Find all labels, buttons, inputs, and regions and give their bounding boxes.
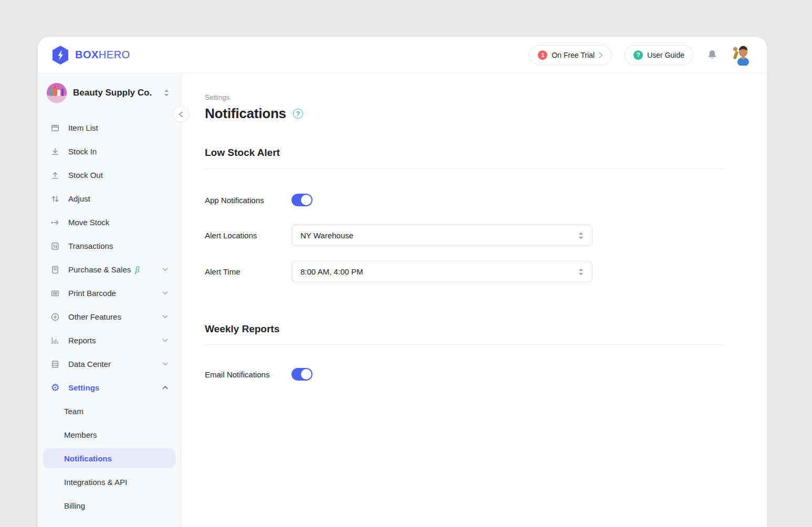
chevron-up-icon	[162, 386, 168, 389]
boxhero-wordmark: BOXHERO	[75, 49, 130, 61]
sidebar-item-integrations-api[interactable]: Integrations & API	[38, 470, 181, 494]
page-title: Notifications	[205, 106, 286, 122]
select-arrows-icon	[578, 232, 584, 239]
workspace-avatar	[47, 83, 67, 103]
sidebar-item-stock-in[interactable]: Stock In	[38, 140, 181, 163]
package-icon	[50, 123, 60, 133]
notifications-bell-button[interactable]	[706, 49, 719, 61]
alert-locations-select[interactable]: NY Warehouse	[292, 225, 592, 246]
brand-light: HERO	[99, 49, 130, 60]
toggle-knob	[301, 195, 311, 205]
alert-locations-label: Alert Locations	[205, 231, 292, 240]
user-avatar[interactable]	[731, 45, 752, 66]
app-window: BOXHERO 1 On Free Trial ? User Guide	[38, 37, 767, 527]
help-icon[interactable]: ?	[293, 109, 303, 119]
bar-chart-icon	[50, 336, 60, 345]
beta-badge: β	[135, 265, 139, 275]
bell-icon	[706, 49, 719, 61]
chevron-down-icon	[162, 362, 168, 366]
sidebar-item-transactions[interactable]: Transactions	[38, 234, 181, 258]
sidebar: Beauty Supply Co. Item List	[38, 73, 181, 527]
sidebar-collapse-button[interactable]	[173, 106, 189, 122]
transactions-box-icon	[50, 241, 60, 251]
divider	[205, 344, 724, 345]
main-content: Settings Notifications ? Low Stock Alert…	[181, 73, 767, 527]
email-notifications-label: Email Notifications	[205, 370, 292, 379]
sidebar-item-reports[interactable]: Reports	[38, 329, 181, 352]
window-body: Beauty Supply Co. Item List	[38, 73, 767, 527]
breadcrumb: Settings	[205, 93, 767, 101]
section-weekly-reports: Weekly Reports	[205, 323, 767, 335]
toggle-knob	[301, 369, 311, 380]
sidebar-item-print-barcode[interactable]: Print Barcode	[38, 281, 181, 305]
barcode-icon	[50, 289, 60, 298]
arrow-up-from-line-icon	[50, 171, 60, 180]
section-low-stock-alert: Low Stock Alert	[205, 147, 767, 159]
person-raising-hand-icon	[731, 45, 752, 66]
sidebar-item-move-stock[interactable]: Move Stock	[38, 210, 181, 234]
chevron-left-icon	[179, 111, 183, 118]
email-notifications-toggle[interactable]	[292, 368, 313, 381]
chevron-down-icon	[162, 268, 168, 271]
sidebar-item-notifications[interactable]: Notifications	[43, 448, 175, 468]
sidebar-item-data-center[interactable]: Data Center	[38, 352, 181, 376]
select-arrows-icon	[578, 268, 584, 276]
sidebar-item-billing[interactable]: Billing	[38, 494, 181, 518]
sidebar-item-other-features[interactable]: Other Features	[38, 305, 181, 329]
alert-time-value: 8:00 AM, 4:00 PM	[300, 267, 363, 276]
on-free-trial-button[interactable]: 1 On Free Trial	[529, 45, 612, 65]
alert-locations-value: NY Warehouse	[300, 231, 353, 240]
workspace-name: Beauty Supply Co.	[73, 88, 152, 98]
sidebar-item-stock-out[interactable]: Stock Out	[38, 163, 181, 187]
workspace-switcher[interactable]: Beauty Supply Co.	[38, 73, 181, 103]
trial-label: On Free Trial	[551, 51, 595, 59]
gear-icon: ⚙	[50, 383, 60, 393]
top-bar-right: 1 On Free Trial ? User Guide	[529, 45, 752, 66]
app-background: { "brand": { "bold": "BOX", "light": "HE…	[0, 0, 812, 527]
question-circle-icon: ?	[633, 50, 643, 60]
chevron-down-icon	[162, 315, 168, 319]
top-bar: BOXHERO 1 On Free Trial ? User Guide	[38, 37, 767, 73]
dot-arrow-right-icon	[50, 218, 60, 227]
database-icon	[50, 360, 60, 369]
arrow-down-to-line-icon	[50, 147, 60, 156]
chevron-down-icon	[162, 291, 168, 295]
plus-circle-icon	[50, 312, 60, 322]
app-notifications-toggle[interactable]	[292, 194, 313, 206]
document-icon	[50, 265, 60, 275]
sidebar-nav: Item List Stock In	[38, 103, 181, 518]
brand-bold: BOX	[75, 49, 99, 60]
sidebar-item-members[interactable]: Members	[38, 423, 181, 447]
sidebar-item-item-list[interactable]: Item List	[38, 116, 181, 140]
sidebar-item-settings[interactable]: ⚙ Settings	[38, 376, 181, 399]
trial-badge-icon: 1	[538, 50, 547, 60]
user-guide-label: User Guide	[647, 51, 684, 59]
sidebar-item-team[interactable]: Team	[38, 399, 181, 423]
divider	[205, 168, 724, 168]
user-guide-button[interactable]: ? User Guide	[624, 45, 693, 65]
sidebar-item-adjust[interactable]: Adjust	[38, 187, 181, 210]
sidebar-item-purchase-sales[interactable]: Purchase & Sales β	[38, 258, 181, 281]
app-notifications-label: App Notifications	[205, 196, 292, 205]
alert-time-select[interactable]: 8:00 AM, 4:00 PM	[292, 261, 592, 282]
alert-time-label: Alert Time	[205, 267, 292, 276]
workspace-selector-icon	[164, 89, 169, 97]
chevron-down-icon	[162, 339, 168, 342]
boxhero-hexagon-icon	[51, 45, 69, 65]
arrows-up-down-icon	[50, 194, 60, 204]
chevron-right-icon	[599, 52, 603, 58]
boxhero-logo[interactable]: BOXHERO	[51, 45, 130, 65]
